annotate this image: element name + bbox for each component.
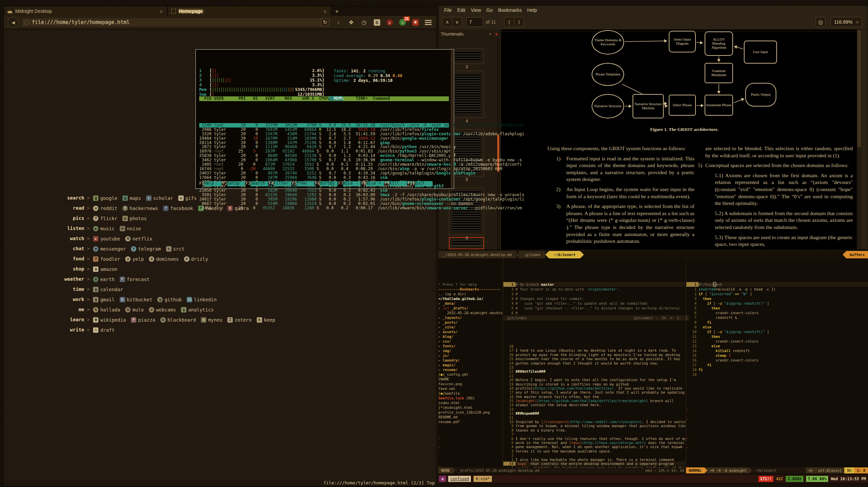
vim-tab[interactable]: .g/index	[519, 251, 545, 258]
nerdtree-item[interactable]: favicon.png	[438, 381, 503, 386]
nerdtree-item[interactable]: README.md	[438, 415, 503, 419]
menu-button[interactable]	[423, 17, 433, 27]
htop-fkey[interactable]: F7 Nice -	[338, 181, 361, 186]
nerdtree-item[interactable]: ▸ magic/	[438, 363, 503, 367]
htop-fkey[interactable]: F5 Tree	[292, 181, 314, 186]
nerdtree-item[interactable]: ▸ _data/	[438, 301, 503, 306]
homepage-link[interactable]: s srct	[166, 246, 185, 252]
homepage-link[interactable]: p photos	[122, 216, 147, 221]
homepage-link[interactable]: ▤ gifs	[178, 195, 197, 201]
htop-fkey[interactable]: F2 Setup	[222, 181, 245, 186]
tab-homepage[interactable]: Homepage x	[167, 6, 331, 16]
homepage-link[interactable]: y yelp	[125, 256, 144, 262]
nerdtree-item[interactable]: CNAME	[438, 377, 503, 381]
homepage-link[interactable]: P piazza	[131, 317, 155, 323]
vim-tab-active[interactable]: ~/b/invert	[549, 251, 580, 258]
htop-fkey[interactable]: F4 Filter	[269, 181, 291, 186]
nerdtree-item[interactable]: .. (up a dir)	[438, 292, 503, 296]
nerdtree-item[interactable]: ▸ css/	[438, 339, 503, 344]
nerdtree-item[interactable]: ▸ assets/	[438, 329, 503, 334]
homepage-link[interactable]: m myneu	[201, 317, 222, 323]
git-commit-pane[interactable]: 1# On branch master 1# Your branch is up…	[503, 258, 685, 315]
menu-item[interactable]: File	[444, 7, 452, 13]
homepage-link[interactable]: s scholar	[146, 195, 173, 201]
ublock-icon[interactable]: u 21	[397, 17, 408, 27]
nerdtree-item[interactable]: index.html	[438, 400, 503, 405]
homepage-link[interactable]: ✎ draft	[93, 327, 114, 333]
menu-item[interactable]: View	[471, 7, 481, 13]
htop-fkey[interactable]: F3 Search	[246, 181, 268, 186]
nerdtree-item[interactable]: resume.pdf	[438, 419, 503, 424]
homepage-link[interactable]: g analytics	[181, 307, 214, 312]
htop-fkey[interactable]: F1 Help	[199, 181, 222, 186]
homepage-link[interactable]: k keep	[257, 317, 275, 323]
nerdtree-item[interactable]: 2015-05-28-midnight-deskto	[438, 310, 503, 315]
history-forward-button[interactable]: ⟩	[514, 17, 524, 27]
page-down-button[interactable]: ∨	[452, 17, 462, 27]
tmux-session-name[interactable]: confused	[448, 476, 471, 482]
menu-item[interactable]: Edit	[457, 7, 465, 13]
homepage-link[interactable]: d dominoes	[149, 256, 179, 262]
stylish-icon[interactable]: S	[372, 17, 382, 27]
homepage-link[interactable]: m messenger	[93, 246, 126, 252]
fit-page-button[interactable]: ◎	[816, 17, 826, 27]
umatrix-icon[interactable]: μ	[385, 17, 395, 27]
homepage-link[interactable]: N netflix	[125, 236, 152, 241]
homepage-link[interactable]: f facebook	[163, 206, 193, 211]
homepage-link[interactable]: g github	[157, 297, 182, 302]
homepage-link[interactable]: a amazon	[93, 266, 117, 272]
close-icon[interactable]: x	[495, 31, 498, 37]
htop-terminal-window[interactable]: 1 [ ||2.6% ] 2 [ |||3.3% ] 3 [ |||||||||…	[195, 49, 454, 189]
homepage-link[interactable]: w webcams	[149, 307, 176, 312]
markdown-pane[interactable]: 28 27I tend to use Linux (Ubuntu) on my …	[503, 321, 685, 467]
back-button[interactable]: ◀	[8, 17, 19, 28]
tab-midnight-desktop[interactable]: Midnight Desktop x	[4, 6, 167, 16]
page-number-input[interactable]: 7	[466, 17, 483, 27]
htop-process-row[interactable]: 2415 root 20 0 95352 18836 1280 S 0.0 0.…	[199, 206, 449, 210]
nerdtree-item[interactable]: [*]midnight.html	[438, 405, 503, 410]
nerdtree-item[interactable]: ▸ laundry/	[438, 358, 503, 363]
homepage-link[interactable]: t telegram	[131, 246, 161, 252]
nerdtree-item[interactable]: ▸ resume/	[438, 367, 503, 372]
zoom-dropdown[interactable]: 116.89% ∨	[830, 17, 862, 27]
homepage-link[interactable]: W wikipedia	[93, 317, 126, 323]
nerdtree-item[interactable]: ----------Bookmarks----------	[438, 287, 503, 292]
nerdtree-item[interactable]: </thallada.github.io/	[438, 296, 503, 301]
homepage-link[interactable]: h hallada	[93, 307, 120, 312]
tmux-window-label[interactable]: 0:vim*	[474, 476, 492, 482]
extensions-icon[interactable]: ❖	[346, 17, 356, 27]
new-tab-button[interactable]: +	[331, 7, 343, 16]
homepage-link[interactable]: g gmail	[93, 297, 114, 302]
menu-item[interactable]: Help	[527, 7, 537, 13]
homepage-link[interactable]: Z zotero	[227, 317, 252, 323]
sidebar-title[interactable]: Thumbnails	[441, 31, 463, 37]
nerdtree-item[interactable]: ▸ img/	[438, 348, 503, 353]
download-icon[interactable]: ↓	[333, 17, 343, 27]
homepage-link[interactable]: g calendar	[93, 287, 123, 292]
sidebar-scrollbar[interactable]	[497, 38, 500, 249]
homepage-link[interactable]: F forecast	[120, 277, 150, 282]
nerdtree-item[interactable]: profile_icon_128x128.png	[438, 410, 503, 415]
homepage-link[interactable]: b bitbucket	[120, 297, 153, 302]
homepage-link[interactable]: f foodler	[93, 256, 120, 262]
url-bar[interactable]: file:///home/tyler/homepage.html ↻	[21, 18, 330, 27]
homepage-link[interactable]: g maps	[122, 195, 141, 201]
homepage-link[interactable]: ▶ music	[93, 226, 114, 231]
nerdtree-item[interactable]: feed.xml	[438, 386, 503, 391]
tab-close-icon[interactable]: x	[159, 9, 164, 14]
vim-tab[interactable]: _/2015-05-28-midnight-desktop.md	[438, 251, 517, 258]
nerdtree-item[interactable]: ▾ [✗] _drafts/	[438, 306, 503, 310]
nerdtree-item[interactable]: Gemfile.lock [RO]	[438, 396, 503, 400]
homepage-link[interactable]: n noise	[120, 226, 141, 231]
nerdtree-item[interactable]: [●]_config.yml	[438, 372, 503, 377]
htop-scrollbar[interactable]	[450, 50, 454, 188]
page-up-button[interactable]: ∧	[442, 17, 452, 27]
nerdtree-item[interactable]: ▸ _layouts/	[438, 315, 503, 320]
history-icon[interactable]: ◷	[359, 17, 369, 27]
homepage-link[interactable]: in linkedin	[187, 297, 216, 302]
nerdtree-item[interactable]: ▸ _site/	[438, 325, 503, 329]
nerdtree-item[interactable]: ▸ fonts/	[438, 344, 503, 348]
nerdtree-item[interactable]: ▸ blog/	[438, 334, 503, 339]
homepage-link[interactable]: ▶ youtube	[93, 236, 120, 241]
htop-table-header[interactable]: PID USER PRI NI VIRT RES SHR S CPU% MEM%…	[199, 96, 449, 101]
